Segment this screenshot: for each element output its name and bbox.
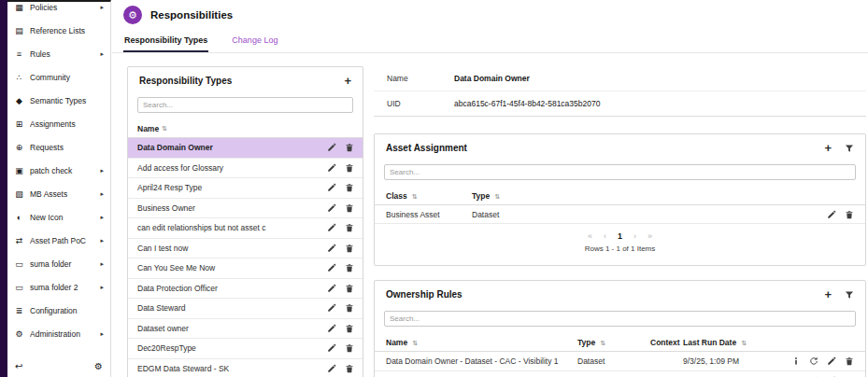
detail-row-name: Name Data Domain Owner [374, 66, 866, 91]
sidebar-item-rules[interactable]: ≡ Rules ▸ [7, 42, 110, 65]
refresh-icon[interactable] [809, 356, 818, 366]
responsibility-type-row[interactable]: Data Domain Owner [128, 138, 363, 159]
delete-icon[interactable] [345, 263, 354, 272]
edit-icon[interactable] [327, 163, 336, 173]
sort-icon[interactable]: ⇅ [742, 340, 747, 346]
last-page-button[interactable]: » [647, 231, 652, 241]
sidebar-item-administration[interactable]: ⚙ Administration ▸ [7, 322, 110, 345]
sidebar-item-configuration[interactable]: ≣ Configuration [7, 299, 110, 322]
ownership-rule-row[interactable]: Data Domain Owner - Dataset - CAC - Visi… [375, 352, 865, 371]
sort-icon[interactable]: ⇅ [495, 193, 501, 200]
name-column-header[interactable]: Name [386, 338, 407, 347]
add-responsibility-type-button[interactable]: + [344, 75, 351, 87]
class-column-header[interactable]: Class [386, 191, 407, 201]
sidebar-item-label: Requests [30, 143, 104, 152]
ownership-rules-card: Ownership Rules + Name ⇅ Type ⇅ Context [374, 280, 866, 377]
sidebar-item-policies[interactable]: ▦ Policies ▸ [7, 0, 110, 19]
next-page-button[interactable]: › [633, 231, 636, 241]
responsibility-type-row[interactable]: Can You See Me Now [128, 258, 363, 279]
responsibility-type-row[interactable]: Data Protection Officer [128, 279, 363, 300]
edit-icon[interactable] [327, 263, 336, 272]
info-icon[interactable] [791, 356, 801, 366]
context-column-header[interactable]: Context [650, 338, 683, 347]
edit-icon[interactable] [327, 303, 336, 313]
chevron-right-icon: ▸ [100, 190, 104, 198]
last-run-date-column-header[interactable]: Last Run Date [683, 338, 736, 347]
responsibility-type-row[interactable]: can edit relationships but not asset c [128, 218, 363, 239]
responsibility-type-row[interactable]: Dec20RespType [128, 339, 363, 359]
chevron-right-icon: ▸ [100, 50, 104, 58]
responsibilities-badge-gear-icon: ⚙ [123, 6, 142, 24]
delete-icon[interactable] [345, 343, 354, 353]
detail-label: UID [387, 99, 454, 108]
current-page[interactable]: 1 [618, 231, 622, 241]
delete-icon[interactable] [345, 324, 354, 333]
delete-icon[interactable] [345, 203, 354, 213]
type-column-header[interactable]: Type [472, 191, 490, 201]
responsibility-type-row[interactable]: Can I test now [128, 239, 363, 259]
sidebar-settings-gear-icon[interactable]: ⚙ [94, 361, 103, 371]
edit-icon[interactable] [327, 324, 336, 333]
responsibility-type-row[interactable]: Add access for Glossary [128, 159, 363, 179]
sidebar-item-assignments[interactable]: ⊞ Assignments [7, 112, 110, 135]
edit-icon[interactable] [327, 284, 336, 293]
responsibility-type-row[interactable]: Dataset owner [128, 319, 363, 340]
responsibility-type-row[interactable]: April24 Resp Type [128, 178, 363, 199]
delete-icon[interactable] [345, 223, 354, 232]
asset-assignment-search-input[interactable] [384, 164, 856, 180]
edit-icon[interactable] [827, 356, 836, 366]
sort-icon[interactable]: ⇅ [601, 340, 606, 346]
edit-icon[interactable] [327, 143, 336, 152]
sidebar-item-reference-lists[interactable]: ▤ Reference Lists [7, 19, 110, 42]
previous-page-button[interactable]: ‹ [604, 231, 606, 241]
add-asset-assignment-button[interactable]: + [824, 142, 832, 154]
edit-icon[interactable] [327, 203, 336, 213]
delete-icon[interactable] [345, 183, 354, 192]
asset-assignment-row[interactable]: Business Asset Dataset [375, 205, 865, 224]
sidebar-item-suma-folder[interactable]: ▭ suma folder ▸ [7, 252, 110, 275]
sidebar-item-asset-path-poc[interactable]: ⇄ Asset Path PoC ▸ [7, 229, 110, 252]
delete-icon[interactable] [845, 356, 854, 366]
tab-responsibility-types[interactable]: Responsibility Types [123, 32, 208, 52]
sidebar-item-new-icon[interactable]: ◐ New Icon ▸ [7, 205, 110, 229]
edit-icon[interactable] [327, 364, 336, 373]
community-icon: ∴ [14, 73, 24, 82]
edit-icon[interactable] [827, 210, 836, 219]
sort-icon[interactable]: ⇅ [412, 193, 418, 200]
sidebar-item-requests[interactable]: ⊕ Requests [7, 135, 110, 159]
first-page-button[interactable]: « [588, 231, 592, 241]
collapse-sidebar-icon[interactable]: ↩ [15, 361, 22, 371]
filter-icon[interactable] [845, 290, 854, 300]
sidebar-item-suma-folder-2[interactable]: ▭ suma folder 2 ▸ [7, 275, 110, 299]
responsibility-type-row[interactable]: Data Steward [128, 299, 363, 319]
edit-icon[interactable] [327, 343, 336, 353]
ownership-rule-row[interactable]: Data Domain Owner - Dataset - CAC - Visi… [375, 371, 865, 377]
sidebar-item-mb-assets[interactable]: ▧ MB Assets ▸ [7, 182, 110, 205]
filter-icon[interactable] [845, 144, 854, 153]
sidebar-item-semantic-types[interactable]: ◆ Semantic Types [7, 89, 110, 112]
edit-icon[interactable] [327, 223, 336, 232]
edit-icon[interactable] [327, 244, 336, 253]
responsibility-type-row[interactable]: EDGM Data Steward - SK [128, 359, 363, 377]
name-column-header[interactable]: Name [137, 124, 159, 133]
tab-change-log[interactable]: Change Log [231, 32, 278, 52]
delete-icon[interactable] [345, 284, 354, 293]
ownership-rules-search-input[interactable] [384, 311, 856, 327]
responsibility-type-row[interactable]: Business Owner [128, 199, 363, 219]
sidebar-item-community[interactable]: ∴ Community [7, 65, 110, 89]
add-ownership-rule-button[interactable]: + [824, 288, 832, 300]
delete-icon[interactable] [345, 244, 354, 253]
delete-icon[interactable] [345, 163, 354, 173]
sort-icon[interactable]: ⇅ [162, 125, 167, 133]
delete-icon[interactable] [345, 364, 354, 373]
responsibility-types-card: Responsibility Types + Name ⇅ Data Domai… [127, 66, 363, 377]
edit-icon[interactable] [327, 183, 336, 192]
responsibility-types-search-input[interactable] [137, 97, 353, 113]
sort-icon[interactable]: ⇅ [413, 340, 419, 346]
delete-icon[interactable] [345, 143, 354, 152]
type-column-header[interactable]: Type [577, 338, 595, 347]
delete-icon[interactable] [345, 303, 354, 313]
sidebar-item-patch-check[interactable]: ▣ patch check ▸ [7, 159, 110, 182]
responsibility-types-title: Responsibility Types [139, 76, 232, 86]
delete-icon[interactable] [845, 210, 854, 219]
